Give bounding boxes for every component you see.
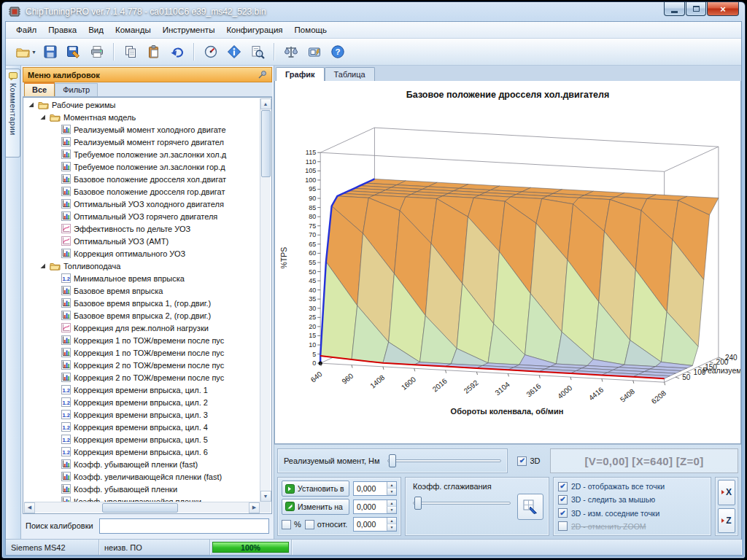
expander-icon[interactable]: [39, 262, 47, 269]
copy-button[interactable]: [119, 42, 142, 63]
tree-item[interactable]: Оптимальный УОЗ холодного двигателя: [24, 198, 260, 210]
change-value-spinner[interactable]: 0,000 ▲▼: [353, 499, 397, 514]
vertical-scroll-thumb[interactable]: [261, 110, 271, 177]
paste-button[interactable]: [142, 42, 166, 63]
tree-item[interactable]: Базовое время впрыска 2, (гор.двиг.): [24, 309, 260, 322]
view-tab-2[interactable]: Таблица: [325, 67, 375, 81]
tree-item[interactable]: 1.2Коррекция времени впрыска, цил. 3: [24, 408, 260, 421]
titlebar[interactable]: ChipTuningPRO ver.7.1.4.778 - ca0110C6 e…: [2, 2, 745, 21]
undo-button[interactable]: [166, 42, 189, 63]
gauge-button[interactable]: [199, 42, 222, 63]
tree-item[interactable]: 1.2Коррекция времени впрыска, цил. 2: [24, 396, 260, 408]
tree-item[interactable]: Базовое время впрыска 1, (гор.двиг.): [24, 297, 260, 309]
open-dropdown-caret[interactable]: ▼: [31, 50, 36, 55]
smoothing-slider[interactable]: [413, 497, 511, 510]
menu-item-1[interactable]: Файл: [10, 23, 42, 36]
close-button[interactable]: ×: [707, 2, 739, 16]
tree-item[interactable]: Базовое положение дросселя хол.двигат: [24, 173, 260, 185]
tree-item[interactable]: Топливоподача: [24, 260, 260, 272]
tree-item[interactable]: Оптимальный УОЗ горячего двигателя: [24, 210, 260, 222]
menu-item-3[interactable]: Вид: [82, 23, 109, 36]
spin-down-icon[interactable]: ▼: [387, 489, 396, 495]
maximize-button[interactable]: [686, 2, 706, 16]
surface-chart[interactable]: 0510152025303540455055606570758085909510…: [275, 100, 740, 427]
menu-item-7[interactable]: Помощь: [289, 23, 333, 36]
expander-icon[interactable]: [39, 114, 47, 120]
search-button[interactable]: [246, 42, 269, 63]
tree-item[interactable]: Коэфф. увеличивающейся пленки (fast): [24, 470, 260, 483]
spin-up-icon[interactable]: ▲: [387, 500, 396, 507]
tree-horizontal-scrollbar[interactable]: ◀ ▶: [24, 502, 260, 513]
menu-item-6[interactable]: Конфигурация: [220, 23, 288, 36]
tree-item[interactable]: 1.2Коррекция времени впрыска, цил. 4: [24, 421, 260, 433]
calibration-search-input[interactable]: [99, 518, 269, 534]
menu-item-2[interactable]: Правка: [42, 23, 82, 36]
smoothing-slider-thumb[interactable]: [414, 497, 422, 510]
scroll-right-icon[interactable]: ▶: [249, 502, 260, 513]
scales-button[interactable]: [279, 42, 303, 63]
menu-item-5[interactable]: Инструменты: [157, 23, 221, 36]
tree-item[interactable]: Базовое время впрыска: [24, 284, 260, 297]
axis-x-button[interactable]: X: [718, 480, 735, 505]
tree-item[interactable]: Моментная модель: [24, 111, 260, 123]
torque-slider[interactable]: [387, 454, 501, 467]
open-button[interactable]: ▼: [13, 42, 39, 63]
tree-vertical-scrollbar[interactable]: ▲ ▼: [260, 98, 271, 502]
tree-item[interactable]: 1.2Коррекция времени впрыска, цил. 1: [24, 384, 260, 396]
set-value-spinner[interactable]: 0,000 ▲▼: [353, 481, 397, 496]
pin-icon[interactable]: [258, 70, 267, 79]
spin-up-icon[interactable]: ▲: [387, 518, 396, 524]
scroll-up-icon[interactable]: ▲: [260, 98, 271, 109]
percent-checkbox[interactable]: %: [282, 520, 301, 529]
menu-item-4[interactable]: Команды: [109, 23, 157, 36]
relative-checkbox[interactable]: относит.: [305, 520, 348, 529]
view-3d-checkbox[interactable]: ✔ 3D: [512, 448, 546, 473]
display-option-checkbox-1[interactable]: ✔2D - отображать все точки: [558, 481, 706, 492]
tree-item[interactable]: Коррекция 1 по ТОЖ/времени после пус: [24, 346, 260, 359]
apply-smoothing-button[interactable]: [517, 494, 543, 520]
change-value-button[interactable]: Изменить на: [282, 499, 349, 515]
tree-item[interactable]: Требуемое положение эл.заслонки гор.д: [24, 160, 260, 173]
help-button[interactable]: ?: [326, 42, 349, 63]
spin-up-icon[interactable]: ▲: [387, 482, 396, 489]
tree-item[interactable]: Реализуемый момент горячего двигател: [24, 136, 260, 148]
tree-item[interactable]: Коэфф. убывающей пленки (fast): [24, 458, 260, 470]
tree-item[interactable]: Рабочие режимы: [24, 98, 260, 111]
tree-item[interactable]: Коррекция для реж.полной нагрузки: [24, 322, 260, 334]
comments-tab[interactable]: Комментарии: [6, 69, 20, 158]
calibration-tab-2[interactable]: Фильтр: [55, 83, 98, 96]
tree-item[interactable]: 1.2Коррекция времени впрыска, цил. 6: [24, 446, 260, 458]
relative-value-spinner[interactable]: 0,000 ▲▼: [353, 517, 397, 532]
horizontal-scroll-thumb[interactable]: [102, 503, 178, 513]
scroll-left-icon[interactable]: ◀: [24, 502, 35, 513]
save-as-button[interactable]: [62, 42, 85, 63]
axis-z-button[interactable]: Z: [718, 508, 735, 534]
print-button[interactable]: [85, 42, 109, 63]
view-tab-1[interactable]: График: [276, 67, 325, 81]
minimize-button[interactable]: [664, 2, 685, 16]
save-button[interactable]: [39, 42, 62, 63]
tree-item[interactable]: Коэфф. убывающей пленки: [24, 483, 260, 495]
tree-item[interactable]: Коррекция 1 по ТОЖ/времени после пус: [24, 334, 260, 346]
tree-item[interactable]: Коэфф. увеличивающейся пленки: [24, 495, 260, 502]
set-value-button[interactable]: Установить в: [282, 481, 349, 497]
tree-item[interactable]: 1.2Минимальное время впрыска: [24, 272, 260, 284]
tree-item[interactable]: Базовое положение дросселя гор.двигат: [24, 185, 260, 198]
scroll-down-icon[interactable]: ▼: [260, 491, 271, 502]
tree-item[interactable]: Коррекция 2 по ТОЖ/времени после пус: [24, 371, 260, 384]
spin-down-icon[interactable]: ▼: [387, 524, 396, 531]
tree-item[interactable]: Оптимальный УОЗ (АМТ): [24, 235, 260, 247]
display-option-checkbox-2[interactable]: ✔3D - следить за мышью: [558, 494, 706, 505]
tree-item[interactable]: Требуемое положение эл.заслонки хол.д: [24, 148, 260, 160]
flash-button[interactable]: [303, 42, 326, 63]
torque-slider-thumb[interactable]: [389, 454, 396, 467]
tree-item[interactable]: 1.2Коррекция времени впрыска, цил. 5: [24, 433, 260, 446]
spin-down-icon[interactable]: ▼: [387, 507, 396, 513]
tree-item[interactable]: Реализуемый момент холодного двигате: [24, 123, 260, 136]
tree-item[interactable]: Эффективность по дельте УОЗ: [24, 222, 260, 235]
calibration-tab-1[interactable]: Все: [24, 82, 55, 96]
expander-icon[interactable]: [27, 101, 35, 108]
info-button[interactable]: [222, 42, 246, 63]
display-option-checkbox-3[interactable]: ✔3D - изм. соседние точки: [558, 508, 706, 519]
tree-item[interactable]: Коррекция 2 по ТОЖ/времени после пус: [24, 359, 260, 371]
